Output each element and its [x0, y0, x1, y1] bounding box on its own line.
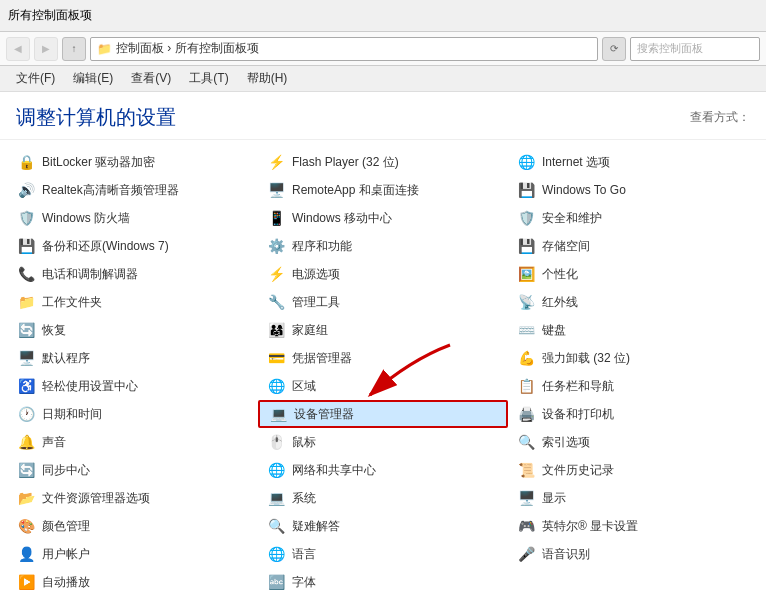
cp-item[interactable]: 👤用户帐户 [8, 540, 258, 568]
cp-icon: 🖱️ [266, 432, 286, 452]
cp-label: 同步中心 [42, 462, 90, 479]
view-options[interactable]: 查看方式： [690, 109, 750, 126]
cp-item[interactable]: 🔤字体 [258, 568, 508, 596]
cp-label: 网络和共享中心 [292, 462, 376, 479]
cp-item[interactable]: 📜文件历史记录 [508, 456, 758, 484]
cp-item[interactable]: 🌐区域 [258, 372, 508, 400]
cp-label: Windows To Go [542, 183, 626, 197]
cp-item[interactable]: 📋任务栏和导航 [508, 372, 758, 400]
cp-item[interactable]: 🔔声音 [8, 428, 258, 456]
cp-item[interactable]: 👨‍👩‍👧家庭组 [258, 316, 508, 344]
menu-item-工具(T)[interactable]: 工具(T) [181, 68, 236, 89]
cp-item[interactable]: ⌨️键盘 [508, 316, 758, 344]
cp-icon: 💻 [266, 488, 286, 508]
cp-item[interactable]: 📁工作文件夹 [8, 288, 258, 316]
cp-label: 文件历史记录 [542, 462, 614, 479]
cp-label: 文件资源管理器选项 [42, 490, 150, 507]
cp-item[interactable]: 🔒BitLocker 驱动器加密 [8, 148, 258, 176]
cp-icon: ♿ [16, 376, 36, 396]
cp-item[interactable]: 🔊Realtek高清晰音频管理器 [8, 176, 258, 204]
cp-item[interactable]: 💻设备管理器 [258, 400, 508, 428]
cp-icon: 💳 [266, 348, 286, 368]
cp-item[interactable]: 💾存储空间 [508, 232, 758, 260]
cp-label: 日期和时间 [42, 406, 102, 423]
cp-item[interactable]: ⚙️程序和功能 [258, 232, 508, 260]
menu-item-帮助(H)[interactable]: 帮助(H) [239, 68, 296, 89]
cp-item[interactable]: 🔧管理工具 [258, 288, 508, 316]
cp-item[interactable]: 🎤语音识别 [508, 540, 758, 568]
cp-icon: 🎤 [516, 544, 536, 564]
cp-item[interactable]: ⚡电源选项 [258, 260, 508, 288]
search-box[interactable]: 搜索控制面板 [630, 37, 760, 61]
cp-item[interactable] [508, 568, 758, 596]
cp-icon: 🛡️ [16, 208, 36, 228]
cp-icon: 🌐 [266, 544, 286, 564]
menu-item-编辑(E)[interactable]: 编辑(E) [65, 68, 121, 89]
cp-label: Windows 防火墙 [42, 210, 130, 227]
cp-label: 语音识别 [542, 546, 590, 563]
cp-icon: 🔄 [16, 320, 36, 340]
cp-item[interactable]: 📞电话和调制解调器 [8, 260, 258, 288]
cp-icon: 🌐 [516, 152, 536, 172]
address-text: 控制面板 › 所有控制面板项 [116, 40, 259, 57]
cp-label: 任务栏和导航 [542, 378, 614, 395]
up-button[interactable]: ↑ [62, 37, 86, 61]
cp-item[interactable]: 🌐Internet 选项 [508, 148, 758, 176]
menu-item-查看(V)[interactable]: 查看(V) [123, 68, 179, 89]
cp-icon: 🔄 [16, 460, 36, 480]
cp-item[interactable]: 💻系统 [258, 484, 508, 512]
cp-icon: ⚡ [266, 152, 286, 172]
cp-item[interactable]: 🕐日期和时间 [8, 400, 258, 428]
cp-item[interactable]: 🖼️个性化 [508, 260, 758, 288]
cp-item[interactable]: 🔍疑难解答 [258, 512, 508, 540]
cp-icon: 💾 [16, 236, 36, 256]
cp-item[interactable]: 🔄同步中心 [8, 456, 258, 484]
cp-label: 凭据管理器 [292, 350, 352, 367]
cp-item[interactable]: 🖥️RemoteApp 和桌面连接 [258, 176, 508, 204]
cp-item[interactable]: 🌐网络和共享中心 [258, 456, 508, 484]
cp-icon: 🔔 [16, 432, 36, 452]
cp-icon: 🔍 [266, 516, 286, 536]
cp-icon: 🖨️ [516, 404, 536, 424]
cp-item[interactable]: 🌐语言 [258, 540, 508, 568]
cp-icon: ⚙️ [266, 236, 286, 256]
cp-item[interactable]: ⚡Flash Player (32 位) [258, 148, 508, 176]
cp-icon: 📞 [16, 264, 36, 284]
cp-label: 索引选项 [542, 434, 590, 451]
refresh-button[interactable]: ⟳ [602, 37, 626, 61]
cp-item[interactable]: 💾备份和还原(Windows 7) [8, 232, 258, 260]
cp-item[interactable]: 💳凭据管理器 [258, 344, 508, 372]
cp-item[interactable]: 🖥️显示 [508, 484, 758, 512]
cp-item[interactable]: 🛡️安全和维护 [508, 204, 758, 232]
cp-item[interactable]: 🎨颜色管理 [8, 512, 258, 540]
menu-item-文件(F)[interactable]: 文件(F) [8, 68, 63, 89]
cp-item[interactable]: 🖨️设备和打印机 [508, 400, 758, 428]
cp-item[interactable]: 🛡️Windows 防火墙 [8, 204, 258, 232]
cp-label: 用户帐户 [42, 546, 90, 563]
cp-item[interactable]: ♿轻松使用设置中心 [8, 372, 258, 400]
cp-label: 恢复 [42, 322, 66, 339]
cp-label: 备份和还原(Windows 7) [42, 238, 169, 255]
cp-label: 红外线 [542, 294, 578, 311]
cp-item[interactable]: 🎮英特尔® 显卡设置 [508, 512, 758, 540]
cp-icon: 🛡️ [516, 208, 536, 228]
folder-icon: 📁 [97, 42, 112, 56]
cp-item[interactable]: 💪强力卸载 (32 位) [508, 344, 758, 372]
cp-item[interactable]: 🖥️默认程序 [8, 344, 258, 372]
cp-item[interactable]: 🔍索引选项 [508, 428, 758, 456]
cp-item[interactable]: 💾Windows To Go [508, 176, 758, 204]
cp-label: 鼠标 [292, 434, 316, 451]
cp-item[interactable]: 📂文件资源管理器选项 [8, 484, 258, 512]
cp-item[interactable]: 📡红外线 [508, 288, 758, 316]
cp-icon: 🕐 [16, 404, 36, 424]
cp-label: 管理工具 [292, 294, 340, 311]
back-button[interactable]: ◀ [6, 37, 30, 61]
cp-item[interactable]: 📱Windows 移动中心 [258, 204, 508, 232]
cp-item[interactable]: 🔄恢复 [8, 316, 258, 344]
cp-icon: 📱 [266, 208, 286, 228]
cp-icon: 🎨 [16, 516, 36, 536]
cp-label: 语言 [292, 546, 316, 563]
cp-item[interactable]: 🖱️鼠标 [258, 428, 508, 456]
cp-item[interactable]: ▶️自动播放 [8, 568, 258, 596]
forward-button[interactable]: ▶ [34, 37, 58, 61]
